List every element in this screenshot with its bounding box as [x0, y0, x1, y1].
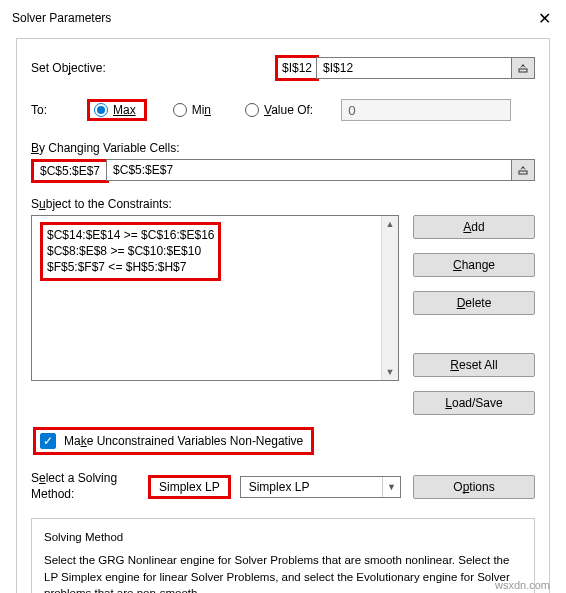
range-picker-icon[interactable]: [511, 159, 535, 181]
nonneg-checkbox[interactable]: ✓: [40, 433, 56, 449]
svg-rect-0: [519, 69, 527, 72]
chevron-down-icon[interactable]: ▼: [382, 477, 400, 497]
radio-max-label: Max: [113, 103, 136, 117]
scrollbar[interactable]: ▲ ▼: [381, 216, 398, 380]
objective-input-field[interactable]: [316, 57, 512, 79]
delete-button[interactable]: Delete: [413, 291, 535, 315]
help-title: Solving Method: [44, 529, 522, 546]
changing-cells-highlight: $C$5:$E$7: [31, 159, 109, 183]
radio-min-label: Min: [192, 103, 211, 117]
radio-min[interactable]: Min: [173, 103, 211, 117]
solving-method-groupbox: Solving Method Select the GRG Nonlinear …: [31, 518, 535, 593]
help-body: Select the GRG Nonlinear engine for Solv…: [44, 552, 522, 593]
method-label: Select a SolvingMethod:: [31, 471, 136, 502]
resetall-button[interactable]: Reset All: [413, 353, 535, 377]
method-select-text: Simplex LP: [241, 477, 382, 497]
options-button[interactable]: Options: [413, 475, 535, 499]
changing-cells-value[interactable]: $C$5:$E$7: [40, 164, 100, 178]
changing-cells-label: By Changing Variable Cells:: [31, 141, 535, 155]
radio-valueof[interactable]: Value Of:: [245, 103, 313, 117]
method-select[interactable]: Simplex LP ▼: [240, 476, 401, 498]
objective-input-highlight: $I$12: [275, 55, 319, 81]
constraint-line[interactable]: $C$8:$E$8 >= $C$10:$E$10: [47, 243, 214, 259]
watermark: wsxdn.com: [495, 579, 550, 591]
to-label: To:: [31, 103, 71, 117]
loadsave-button[interactable]: Load/Save: [413, 391, 535, 415]
constraints-label: Subject to the Constraints:: [31, 197, 535, 211]
constraints-listbox[interactable]: $C$14:$E$14 >= $C$16:$E$16 $C$8:$E$8 >= …: [31, 215, 399, 381]
nonneg-highlight: ✓ Make Unconstrained Variables Non-Negat…: [33, 427, 314, 455]
window-title: Solver Parameters: [12, 11, 111, 25]
radio-max-highlight: Max: [87, 99, 147, 121]
add-button[interactable]: Add: [413, 215, 535, 239]
range-picker-icon[interactable]: [511, 57, 535, 79]
radio-valueof-label: Value Of:: [264, 103, 313, 117]
changing-cells-input[interactable]: [106, 159, 512, 181]
objective-value[interactable]: $I$12: [282, 61, 312, 75]
constraints-highlight: $C$14:$E$14 >= $C$16:$E$16 $C$8:$E$8 >= …: [40, 222, 221, 281]
svg-rect-1: [519, 171, 527, 174]
scroll-down-icon[interactable]: ▼: [382, 364, 398, 380]
radio-max[interactable]: [94, 103, 108, 117]
close-icon[interactable]: ✕: [534, 9, 554, 28]
change-button[interactable]: Change: [413, 253, 535, 277]
constraint-line[interactable]: $C$14:$E$14 >= $C$16:$E$16: [47, 227, 214, 243]
constraint-line[interactable]: $F$5:$F$7 <= $H$5:$H$7: [47, 259, 214, 275]
valueof-input[interactable]: [341, 99, 511, 121]
objective-label: Set Objective:: [31, 61, 141, 75]
scroll-up-icon[interactable]: ▲: [382, 216, 398, 232]
nonneg-label: Make Unconstrained Variables Non-Negativ…: [64, 434, 303, 448]
method-value-text: Simplex LP: [159, 480, 220, 494]
method-highlight: Simplex LP: [148, 475, 231, 499]
